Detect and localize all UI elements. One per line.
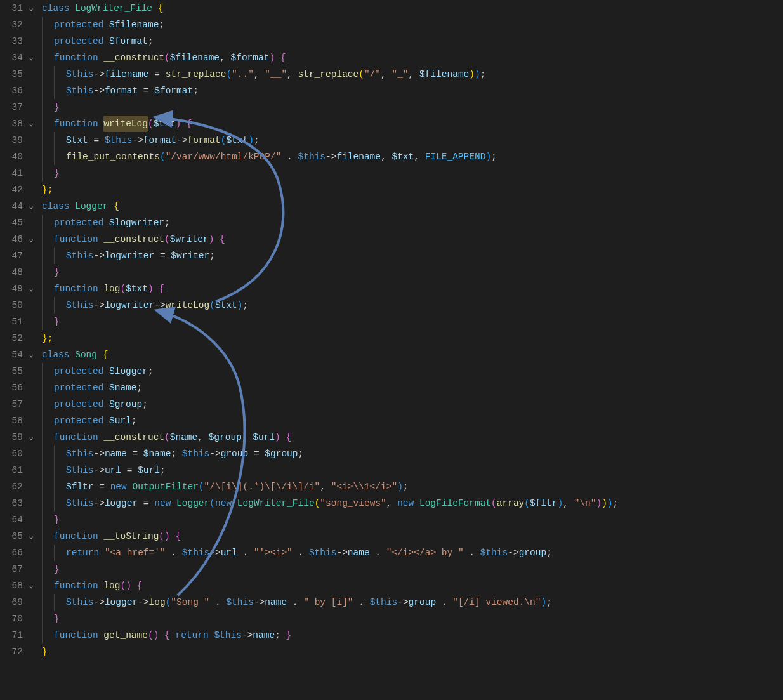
token-kw: protected bbox=[54, 380, 109, 396]
code-line[interactable]: $this->filename = str_replace("..", "__"… bbox=[42, 66, 783, 83]
token-brkB: ) bbox=[237, 297, 243, 314]
token-fn: str_replace bbox=[166, 66, 227, 83]
code-line[interactable]: function log($txt) { bbox=[42, 281, 783, 297]
token-fn: array bbox=[497, 495, 525, 512]
code-line[interactable]: $this->format = $format; bbox=[42, 83, 783, 99]
code-line[interactable]: protected $name; bbox=[42, 380, 783, 396]
code-line[interactable]: function __construct($writer) { bbox=[42, 231, 783, 248]
code-line[interactable]: class LogWriter_File { bbox=[42, 0, 783, 17]
token-op: . bbox=[166, 545, 182, 561]
code-line[interactable]: $this->logger->log("Song " . $this->name… bbox=[42, 594, 783, 611]
code-line[interactable]: }; bbox=[42, 182, 783, 198]
token-op: -> bbox=[94, 83, 105, 99]
code-line[interactable]: function writeLog($txt) { bbox=[42, 116, 783, 132]
token-var: $name bbox=[143, 446, 171, 462]
code-line[interactable]: protected $group; bbox=[42, 396, 783, 413]
code-line[interactable]: $txt = $this->format->format($txt); bbox=[42, 132, 783, 149]
fold-chevron-icon[interactable]: ⌄ bbox=[27, 578, 36, 594]
code-line[interactable]: function get_name() { return $this->name… bbox=[42, 627, 783, 644]
fold-chevron-icon[interactable]: ⌄ bbox=[27, 116, 36, 132]
code-line[interactable]: function __toString() { bbox=[42, 528, 783, 545]
token-op: = bbox=[138, 495, 154, 512]
token-fn: log bbox=[149, 594, 166, 611]
code-line[interactable]: } bbox=[42, 314, 783, 330]
code-line[interactable]: $this->logwriter = $writer; bbox=[42, 248, 783, 264]
token-str: "/var/www/html/kPOP/" bbox=[166, 149, 282, 165]
code-line[interactable]: }; bbox=[42, 330, 783, 347]
token-brkR: ( bbox=[359, 66, 364, 83]
token-str: "<i>\\1</i>" bbox=[331, 479, 397, 495]
code-area[interactable]: class LogWriter_File {protected $filenam… bbox=[42, 0, 783, 660]
code-line[interactable]: class Logger { bbox=[42, 198, 783, 215]
fold-chevron-icon[interactable]: ⌄ bbox=[27, 429, 36, 446]
code-line[interactable]: file_put_contents("/var/www/html/kPOP/" … bbox=[42, 149, 783, 165]
fold-chevron-icon[interactable]: ⌄ bbox=[27, 347, 36, 363]
code-editor[interactable]: 31⌄323334⌄35363738⌄3940414244⌄4546⌄47484… bbox=[0, 0, 783, 660]
fold-chevron-icon[interactable]: ⌄ bbox=[27, 281, 36, 297]
code-line[interactable]: $fltr = new OutputFilter("/\[i\](.*)\[\/… bbox=[42, 479, 783, 495]
code-line[interactable]: } bbox=[42, 165, 783, 182]
line-number: 62 bbox=[0, 479, 38, 495]
token-op: -> bbox=[209, 446, 220, 462]
token-var: $group bbox=[265, 446, 298, 462]
code-line[interactable]: } bbox=[42, 99, 783, 116]
line-number: 51 bbox=[0, 314, 38, 330]
line-number: 59⌄ bbox=[0, 429, 38, 446]
token-brkR: ) bbox=[602, 495, 607, 512]
token-op: -> bbox=[508, 545, 518, 561]
token-brkB: ) bbox=[541, 594, 546, 611]
token-op: . bbox=[209, 594, 226, 611]
token-var: $txt bbox=[226, 132, 248, 149]
token-op: = bbox=[94, 479, 110, 495]
code-line[interactable]: } bbox=[42, 512, 783, 528]
token-brkP: ) bbox=[175, 116, 181, 132]
token-fn: log bbox=[103, 281, 120, 297]
token-brkP: ( bbox=[120, 578, 126, 594]
code-line[interactable]: } bbox=[42, 644, 783, 660]
fold-chevron-icon[interactable]: ⌄ bbox=[27, 528, 36, 545]
token-brkR: { bbox=[152, 0, 163, 17]
code-line[interactable]: function __construct($filename, $format)… bbox=[42, 50, 783, 66]
line-number: 47 bbox=[0, 248, 38, 264]
token-var: $name bbox=[170, 429, 198, 446]
code-line[interactable]: protected $filename; bbox=[42, 17, 783, 33]
token-punc: ; bbox=[480, 66, 486, 83]
code-line[interactable]: $this->logger = new Logger(new LogWriter… bbox=[42, 495, 783, 512]
token-mem: name bbox=[253, 627, 275, 644]
code-line[interactable]: protected $logwriter; bbox=[42, 215, 783, 231]
token-op: = bbox=[248, 446, 265, 462]
token-brkB: ( bbox=[524, 495, 530, 512]
code-line[interactable]: } bbox=[42, 561, 783, 578]
code-line[interactable]: } bbox=[42, 611, 783, 627]
code-line[interactable]: $this->name = $name; $this->group = $gro… bbox=[42, 446, 783, 462]
code-line[interactable]: $this->url = $url; bbox=[42, 462, 783, 479]
line-number: 72 bbox=[0, 644, 38, 660]
token-var: $filename bbox=[170, 50, 220, 66]
fold-chevron-icon[interactable]: ⌄ bbox=[27, 198, 36, 215]
fold-chevron-icon[interactable]: ⌄ bbox=[27, 231, 36, 248]
code-line[interactable]: } bbox=[42, 264, 783, 281]
token-punc: , bbox=[414, 149, 424, 165]
token-brkP: } bbox=[54, 165, 60, 182]
code-line[interactable]: return "<a href='" . $this->url . "'><i>… bbox=[42, 545, 783, 561]
token-brkP: { bbox=[154, 281, 164, 297]
fold-chevron-icon[interactable]: ⌄ bbox=[27, 50, 36, 66]
code-line[interactable]: protected $url; bbox=[42, 413, 783, 429]
code-line[interactable]: function __construct($name, $group, $url… bbox=[42, 429, 783, 446]
code-line[interactable]: protected $logger; bbox=[42, 363, 783, 380]
line-number: 35 bbox=[0, 66, 38, 83]
line-number: 44⌄ bbox=[0, 198, 38, 215]
token-var: $filename bbox=[419, 66, 469, 83]
token-var: $format bbox=[154, 83, 193, 99]
token-op: . bbox=[287, 594, 303, 611]
token-mem: logwriter bbox=[105, 248, 154, 264]
token-var: $fltr bbox=[66, 479, 94, 495]
code-line[interactable]: class Song { bbox=[42, 347, 783, 363]
code-line[interactable]: protected $format; bbox=[42, 33, 783, 50]
fold-chevron-icon[interactable]: ⌄ bbox=[27, 0, 36, 17]
token-brkB: ( bbox=[160, 149, 166, 165]
code-line[interactable]: $this->logwriter->writeLog($txt); bbox=[42, 297, 783, 314]
token-mem: filename bbox=[105, 66, 149, 83]
code-line[interactable]: function log() { bbox=[42, 578, 783, 594]
token-punc: , bbox=[197, 429, 208, 446]
